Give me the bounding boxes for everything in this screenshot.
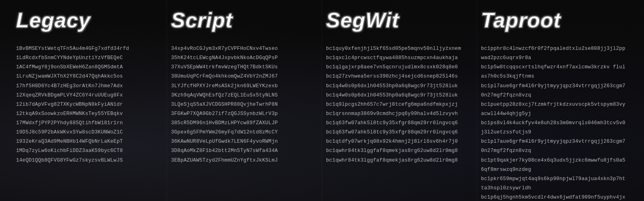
list-item[interactable]: 3Gpex6g5FPmYWm26myFq7dW12ntd8zMcCY [171, 128, 318, 137]
address-list-legacy: 1BvBMSEYstWetqTFn5Au4m4GFg7xdfd34rfd1LdR… [16, 44, 163, 165]
list-item[interactable]: 12XqeqZRVkBDgmPLVY4ZC6Y4ruUUEug8Fx [16, 91, 163, 100]
list-item[interactable]: 1MDq7zyLw6oKichbFiDDZ3aaK59byc6CT8 [16, 146, 163, 156]
list-item[interactable]: bc1pl7aue6grfm4l6r9yjtmyyjqpz34vtrrgqjj2… [481, 82, 628, 100]
column-taproot: Taprootbc1pphr8c4lnwzcf6r0f2fpqaledtxlu2… [477, 0, 632, 201]
list-item[interactable]: 3LQeSjqS5aXJVCDGSHPR88QvjheTwrhP8N [171, 100, 318, 109]
list-item[interactable]: bc1qtdfy07wrkjq08x92k4hmnj2j8lrl6sv6h4r7… [326, 137, 473, 146]
list-item[interactable]: 385cR5DM96n1HvBDMzLHPYcw89fZAXULJP [171, 119, 318, 128]
list-item[interactable]: bc1pkr659mpwjqt4aq9s6kp90npjwl79aajua4xk… [481, 174, 628, 193]
list-item[interactable]: bc1pphr8c4lnwzcf6r0f2fpqaledtxlu2se808jj… [481, 44, 628, 63]
list-item[interactable]: 1AC4fMwgY8j9onSbXEWeH6Zan8QGMSdmtA [16, 63, 163, 72]
column-segwit: SegWitbc1quy0xfenjhjl5kf65sd05pe5mqnv50n… [322, 0, 477, 201]
title-segwit: SegWit [326, 8, 473, 32]
list-item[interactable]: bc1p5w8tcqqscxrtslhqfwzr4xnf7axlcmw3krzk… [481, 63, 628, 81]
list-item[interactable]: bc1qxclc4prcwsctfqywa4885hsuzmpcxn4aukha… [326, 53, 473, 63]
list-item[interactable]: bc1q4w0s0p6dxlh04553hp0a6q8wgc9r73jt528l… [326, 91, 473, 100]
list-item[interactable]: 3FGKwP7XQA9Gb27if7zQGJSSynbzWLrV3p [171, 109, 318, 119]
list-item[interactable]: 17hf5H8D6Yc4B7zHEg3orAtKn7Jhme7Adx [16, 82, 163, 91]
list-item[interactable]: 14eQD1QQb8QFVG8YFwGz7skyzsvBLWLwJS [16, 156, 163, 165]
address-list-taproot: bc1pphr8c4lnwzcf6r0f2fpqaledtxlu2se808jj… [481, 44, 628, 201]
title-taproot: Taproot [481, 8, 628, 32]
list-item[interactable]: 1LdRcdxfbSnmCYYNdeYpUnztiYzVfBEQeC [16, 53, 163, 63]
list-item[interactable]: 17MWdxfjPYP2PYhdy885QtihfbW181r1rn [16, 119, 163, 128]
column-legacy: Legacy1BvBMSEYstWetqTFn5Au4m4GFg7xdfd34r… [12, 0, 167, 201]
list-item[interactable]: bc1q4w0s0p6dxlh04553hp0a6q8wgc9r73jt528l… [326, 82, 473, 91]
list-item[interactable]: 1LruNZjwamWJXThX2Y8C2d47QqhAkkc5os [16, 72, 163, 81]
list-item[interactable]: 38UmuUqPCrFmQo4khkomQwZ4VbY2nZMJ67 [171, 72, 318, 81]
list-item[interactable]: 3EBpAZUAW5Tzyd2FhmmUZnYgftxJkKSLmJ [171, 156, 318, 165]
list-item[interactable]: bc1q63fw07ahk5l8tc9y35xfgr88qm29rr0lngvc… [326, 128, 473, 137]
list-item[interactable]: 34xp4vRoCGJym3xR7yCVPFHoCNxv4Twseo [171, 44, 318, 53]
list-item[interactable]: bc1quy0xfenjhjl5kf65sd05pe5mqnv50nlljyżx… [326, 44, 473, 53]
list-item[interactable]: bc1q27zvhwea5erss390zhcj4sejcd6snep825l4… [326, 72, 473, 81]
list-item[interactable]: 3Kzh9qAqVWQhEsfQz7zEQL1EuSx5tyNLNS [171, 91, 318, 100]
list-item[interactable]: 3D8qAoMkZ8F1b42btt2Mn5TyN7sWfa434A [171, 146, 318, 156]
list-item[interactable]: bc1ps8vl4k4uckfyv4e8uh28s3m0mvrqls046mh3… [481, 119, 628, 137]
list-item[interactable]: bc1qrsnnmap3869v9cmdhcjpq6y99halv4d5lzvy… [326, 109, 473, 119]
list-item[interactable]: 35hK24tcLEWcgNA4JxpvbkNkoAcDGqQPsP [171, 53, 318, 63]
list-item[interactable]: bc1puetpp28z8xcj7tzmkfrjtkdzxuvscpk5vtsp… [481, 100, 628, 119]
address-list-segwit: bc1quy0xfenjhjl5kf65sd05pe5mqnv50nlljyżx… [326, 44, 473, 165]
title-script: Script [171, 8, 318, 32]
list-item[interactable]: bc1pt9qakjer7ky08ce4x6q3udx5jjzkc6mwwfu8… [481, 156, 628, 174]
list-item[interactable]: bc1qwhr84tk3lggfaf8qmekjas8rg62uw8d2lr0m… [326, 156, 473, 165]
list-item[interactable]: 19D5J8c59P2bAkWKvxSYw8scD3KUNWoZ1C [16, 128, 163, 137]
title-legacy: Legacy [16, 8, 163, 32]
list-item[interactable]: 1932eKraQ3Ad9MeNBHb14WFQbNrLaKeEpT [16, 137, 163, 146]
list-item[interactable]: 37XuVSEpWW4trkfmvWzegTHQt7BdktSKUs [171, 63, 318, 72]
column-script: Script34xp4vRoCGJym3xR7yCVPFHoCNxv4Twseo… [167, 0, 322, 201]
main-container: Legacy1BvBMSEYstWetqTFn5Au4m4GFg7xdfd34r… [0, 0, 644, 201]
list-item[interactable]: 36KAwNUR8VeLpUfGwdk7LEN6F4yvoRWMjn [171, 137, 318, 146]
list-item[interactable]: bc1qlgajxrp8aee7vn5qcnrujudlmx8csxk028q8… [326, 63, 473, 72]
address-list-script: 34xp4vRoCGJym3xR7yCVPFHoCNxv4Twseo35hK24… [171, 44, 318, 165]
list-item[interactable]: 1BvBMSEYstWetqTFn5Au4m4GFg7xdfd34rfd [16, 44, 163, 53]
list-item[interactable]: bc1p6qj5hgnh5km5vcdlr4dwx6jwdfat909nf5uy… [481, 193, 628, 201]
list-item[interactable]: bc1q9lpcgs2hh657c7wrj8tcefg6mpa6ndfmkpxj… [326, 100, 473, 109]
list-item[interactable]: 3LYJfcfHPXYJreMsASk2jkn69LWEYKzexb [171, 82, 318, 91]
list-item[interactable]: bc1q63fw07ahk5l8tc9y35xfgr88qm29rr0lngvc… [326, 119, 473, 128]
list-item[interactable]: bc1qwhr84tk3lggfaf8qmekjas8rg62uw8d2lr0m… [326, 146, 473, 156]
list-item[interactable]: bc1pl7aue6grfm4l6r9yjtmyyjqpz34vtrrgqjj2… [481, 137, 628, 156]
list-item[interactable]: 12ib7dApVFvg82TXKycWBNpN8kFyiAN1dr [16, 100, 163, 109]
list-item[interactable]: 12tkqA9xSoowkzoERHMWNKsTey55YEBqkv [16, 109, 163, 119]
